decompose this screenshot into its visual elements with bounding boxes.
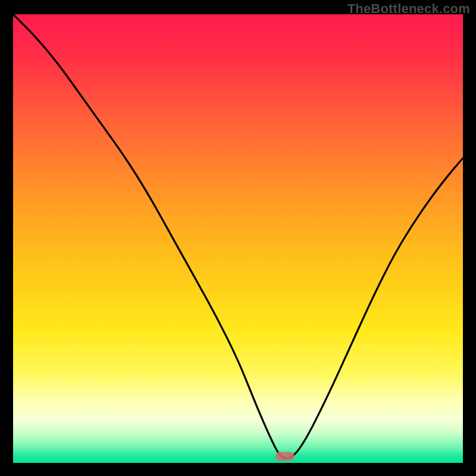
- plot-area: [13, 14, 463, 463]
- gradient-background: [13, 14, 463, 463]
- chart-frame: TheBottleneck.com: [0, 0, 476, 476]
- chart-svg: [13, 14, 463, 463]
- optimal-point-marker: [275, 452, 295, 461]
- watermark-text: TheBottleneck.com: [347, 1, 470, 17]
